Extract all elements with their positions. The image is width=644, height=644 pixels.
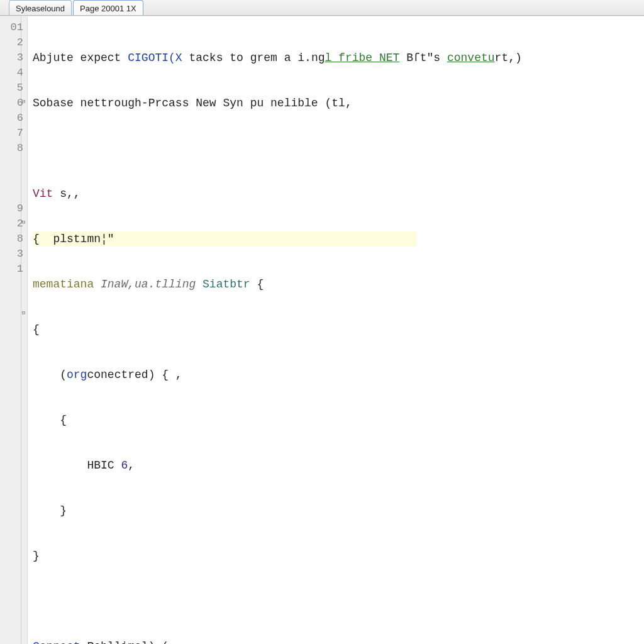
- line-number: 8: [0, 141, 27, 156]
- line-number: 2⊟: [0, 216, 27, 231]
- line-number-gutter: 01 2 3 4 5 6⊟ 6 7 8 9 2⊟ 8 3 1 ⊟: [0, 16, 28, 644]
- line-number: 6⊟: [0, 96, 27, 111]
- line-number: 4: [0, 65, 27, 80]
- code-line: Abjute expect CIGOTI(X tacks to grem a i…: [31, 50, 644, 65]
- tab-syleaselound[interactable]: Syleaselound: [9, 0, 72, 15]
- line-number: [0, 277, 27, 292]
- line-number: 3: [0, 247, 27, 262]
- code-line: Connect Robllimal) (,: [31, 639, 644, 644]
- line-number: [0, 171, 27, 186]
- tab-label: Syleaselound: [16, 4, 65, 13]
- code-editor[interactable]: Abjute expect CIGOTI(X tacks to grem a i…: [28, 16, 644, 644]
- line-number: ⊟: [0, 307, 27, 322]
- editor-area: 01 2 3 4 5 6⊟ 6 7 8 9 2⊟ 8 3 1 ⊟ Abjute …: [0, 16, 644, 644]
- line-number: 6: [0, 111, 27, 126]
- line-number: 2: [0, 35, 27, 50]
- line-number: [0, 156, 27, 171]
- fold-toggle-icon[interactable]: ⊟: [21, 99, 26, 105]
- line-number: 5: [0, 80, 27, 96]
- line-number: 7: [0, 126, 27, 141]
- line-number: 8: [0, 231, 27, 247]
- code-line: [31, 141, 644, 156]
- code-line: {: [31, 322, 644, 337]
- code-line: HBIC 6,: [31, 458, 644, 473]
- link-text[interactable]: l fribe NET: [325, 52, 400, 64]
- tab-label: Page 20001 1X: [80, 4, 136, 13]
- tab-bar: Syleaselound Page 20001 1X: [0, 0, 644, 16]
- code-line: Sobase nettrough-Prcass New Syn pu nelib…: [31, 96, 644, 111]
- link-text[interactable]: convetu: [447, 52, 495, 64]
- code-line: {: [31, 413, 644, 428]
- line-number: 9: [0, 201, 27, 216]
- fold-toggle-icon[interactable]: ⊟: [21, 311, 26, 316]
- code-line: }: [31, 503, 644, 518]
- code-line: (orgconectred) { ,: [31, 367, 644, 382]
- line-number: [0, 292, 27, 307]
- code-line: Vit s,,: [31, 186, 644, 201]
- code-line: [31, 594, 644, 609]
- code-line-current: { plstımn¦": [31, 231, 644, 247]
- line-number: 3: [0, 50, 27, 65]
- editor-window: Syleaselound Page 20001 1X 01 2 3 4 5 6⊟…: [0, 0, 644, 644]
- fold-toggle-icon[interactable]: ⊟: [21, 220, 26, 226]
- tab-page-20001[interactable]: Page 20001 1X: [73, 0, 143, 15]
- code-line: }: [31, 548, 644, 564]
- line-number: 1: [0, 262, 27, 277]
- code-line: mematiana InaW,ua.tlling Siatbtr {: [31, 277, 644, 292]
- line-number: [0, 186, 27, 201]
- line-number: 01: [0, 20, 27, 35]
